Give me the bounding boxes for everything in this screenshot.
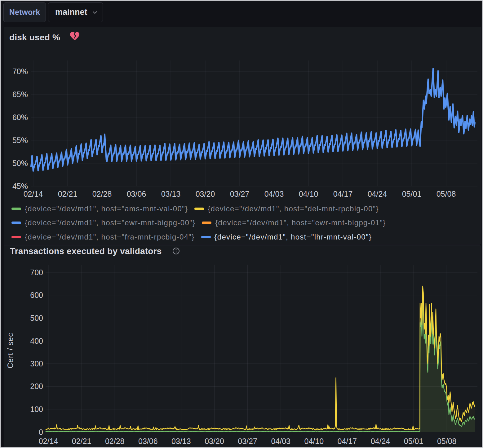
svg-text:0: 0 <box>39 428 43 437</box>
svg-text:02/21: 02/21 <box>72 437 91 446</box>
svg-text:600: 600 <box>30 291 43 299</box>
svg-text:02/28: 02/28 <box>105 437 125 446</box>
svg-text:200: 200 <box>30 382 43 391</box>
svg-text:04/17: 04/17 <box>338 437 357 446</box>
svg-text:Cert / sec: Cert / sec <box>6 333 15 369</box>
svg-text:05/01: 05/01 <box>404 437 423 446</box>
svg-text:02/14: 02/14 <box>39 437 58 446</box>
svg-text:03/20: 03/20 <box>205 437 224 446</box>
svg-text:03/13: 03/13 <box>171 437 191 446</box>
svg-text:300: 300 <box>30 359 43 368</box>
svg-text:03/27: 03/27 <box>238 437 257 446</box>
svg-text:100: 100 <box>30 405 43 414</box>
svg-text:04/10: 04/10 <box>304 437 324 446</box>
svg-text:05/08: 05/08 <box>437 437 457 446</box>
svg-text:04/03: 04/03 <box>271 437 290 446</box>
svg-text:04/24: 04/24 <box>371 437 390 446</box>
svg-text:500: 500 <box>30 314 43 322</box>
svg-text:03/06: 03/06 <box>138 437 158 446</box>
svg-text:700: 700 <box>30 268 43 277</box>
svg-text:400: 400 <box>30 337 43 345</box>
